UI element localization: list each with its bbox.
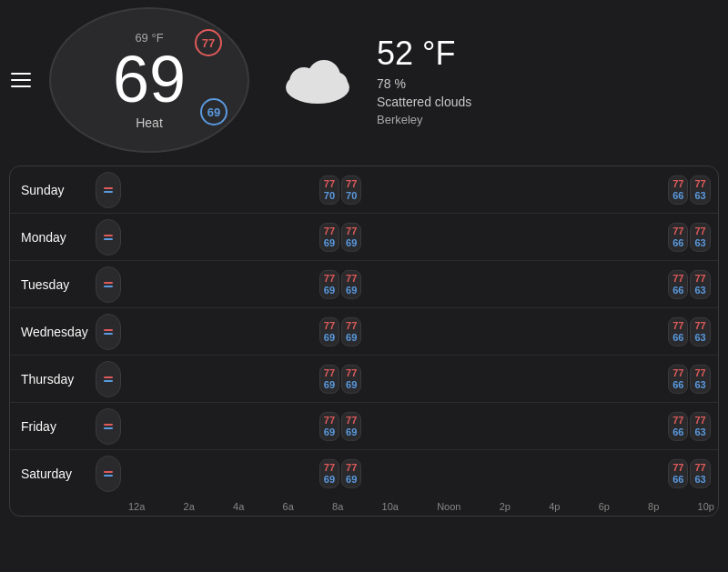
weather-info: 52 °F 78 % Scattered clouds Berkeley <box>377 35 471 126</box>
schedule-pair[interactable]: 7763 <box>690 175 710 204</box>
day-mode-icon[interactable] <box>92 266 125 303</box>
top-section: 69 °F 69 Heat 77 69 52 °F 78 % Scattered… <box>0 0 728 160</box>
time-label: 12a <box>128 501 145 512</box>
schedule-row: Monday7769776977667763 <box>10 214 718 261</box>
schedule-pair[interactable]: 7769 <box>341 316 361 346</box>
weather-description: Scattered clouds <box>377 95 471 109</box>
schedule-pair[interactable]: 7769 <box>319 269 339 298</box>
schedule-pair[interactable]: 7763 <box>690 411 710 440</box>
time-label: 6a <box>283 501 294 512</box>
time-label: 6p <box>599 501 610 512</box>
day-label: Sunday <box>10 183 92 197</box>
schedule-row: Sunday7770777077667763 <box>10 166 718 214</box>
day-label: Tuesday <box>10 277 92 292</box>
schedule-pair[interactable]: 7766 <box>668 222 688 251</box>
time-label: 10p <box>698 501 714 512</box>
timeline-area: 7769776977667763 <box>125 356 718 403</box>
day-mode-icon[interactable] <box>92 172 125 208</box>
schedule-pair[interactable]: 7769 <box>341 459 361 488</box>
schedule-row: Wednesday7769776977667763 <box>10 308 718 356</box>
schedule-pair[interactable]: 7766 <box>668 364 688 393</box>
schedule-pair[interactable]: 7769 <box>341 269 361 298</box>
schedule-row: Friday7769776977667763 <box>10 403 718 450</box>
schedule-pair[interactable]: 7770 <box>341 175 361 204</box>
day-mode-icon[interactable] <box>92 314 125 350</box>
schedule-pair[interactable]: 7766 <box>668 459 688 488</box>
schedule-pair[interactable]: 7763 <box>690 459 710 488</box>
schedule-pair[interactable]: 7769 <box>319 364 339 393</box>
menu-button[interactable] <box>7 69 35 91</box>
day-mode-icon[interactable] <box>92 361 125 397</box>
timeline-area: 7769776977667763 <box>125 450 718 497</box>
schedule-pair[interactable]: 7769 <box>319 411 339 440</box>
heat-setpoint-badge[interactable]: 77 <box>195 29 222 56</box>
thermostat-current-temp: 69 <box>113 46 186 112</box>
thermostat-mode: Heat <box>136 115 163 130</box>
schedule-pair[interactable]: 7763 <box>690 269 710 298</box>
timeline-area: 7769776977667763 <box>125 403 718 450</box>
schedule-pair[interactable]: 7763 <box>690 222 710 251</box>
schedule-pair[interactable]: 7763 <box>690 316 710 346</box>
schedule-pair[interactable]: 7766 <box>668 316 688 346</box>
svg-point-3 <box>324 72 348 95</box>
schedule-pair[interactable]: 7770 <box>319 175 339 204</box>
schedule-pair[interactable]: 7766 <box>668 411 688 440</box>
time-label: 4a <box>233 501 244 512</box>
time-label: 8p <box>648 501 659 512</box>
schedule-row: Tuesday7769776977667763 <box>10 261 718 308</box>
schedule-pair[interactable]: 7769 <box>319 316 339 346</box>
cool-setpoint-badge[interactable]: 69 <box>200 98 228 125</box>
schedule-pair[interactable]: 7766 <box>668 269 688 298</box>
day-mode-icon[interactable] <box>92 408 125 445</box>
day-label: Saturday <box>10 467 92 481</box>
schedule-pair[interactable]: 7769 <box>341 364 361 393</box>
schedule-grid: Sunday7770777077667763Monday776977697766… <box>9 166 719 517</box>
timeline-area: 7770777077667763 <box>125 166 718 214</box>
schedule-pair[interactable]: 7766 <box>668 175 688 204</box>
timeline-area: 7769776977667763 <box>125 261 718 308</box>
day-label: Friday <box>10 419 92 434</box>
time-label: 10a <box>382 501 399 512</box>
day-mode-icon[interactable] <box>92 456 125 492</box>
schedule-row: Thursday7769776977667763 <box>10 356 718 403</box>
schedule-row: Saturday7769776977667763 <box>10 450 718 497</box>
timeline-area: 7769776977667763 <box>125 308 718 356</box>
schedule-pair[interactable]: 7769 <box>341 411 361 440</box>
weather-humidity: 78 % <box>377 76 471 91</box>
schedule-pair[interactable]: 7769 <box>319 222 339 251</box>
weather-city: Berkeley <box>377 113 471 126</box>
weather-temperature: 52 °F <box>377 35 471 73</box>
schedule-pair[interactable]: 7769 <box>319 459 339 488</box>
time-label: Noon <box>437 501 460 512</box>
schedule-pair[interactable]: 7763 <box>690 364 710 393</box>
time-label: 2p <box>500 501 511 512</box>
day-label: Thursday <box>10 372 92 386</box>
time-label: 8a <box>332 501 343 512</box>
day-label: Wednesday <box>10 325 92 339</box>
time-label: 2a <box>184 501 195 512</box>
timeline-area: 7769776977667763 <box>125 214 718 261</box>
cloud-icon <box>277 53 359 107</box>
time-label: 4p <box>549 501 560 512</box>
schedule-pair[interactable]: 7769 <box>341 222 361 251</box>
thermostat-display: 69 °F 69 Heat 77 69 <box>49 7 249 153</box>
time-axis: 12a2a4a6a8a10aNoon2p4p6p8p10p <box>10 497 718 516</box>
day-label: Monday <box>10 230 92 245</box>
day-mode-icon[interactable] <box>92 219 125 256</box>
weather-section: 52 °F 78 % Scattered clouds Berkeley <box>277 35 471 126</box>
